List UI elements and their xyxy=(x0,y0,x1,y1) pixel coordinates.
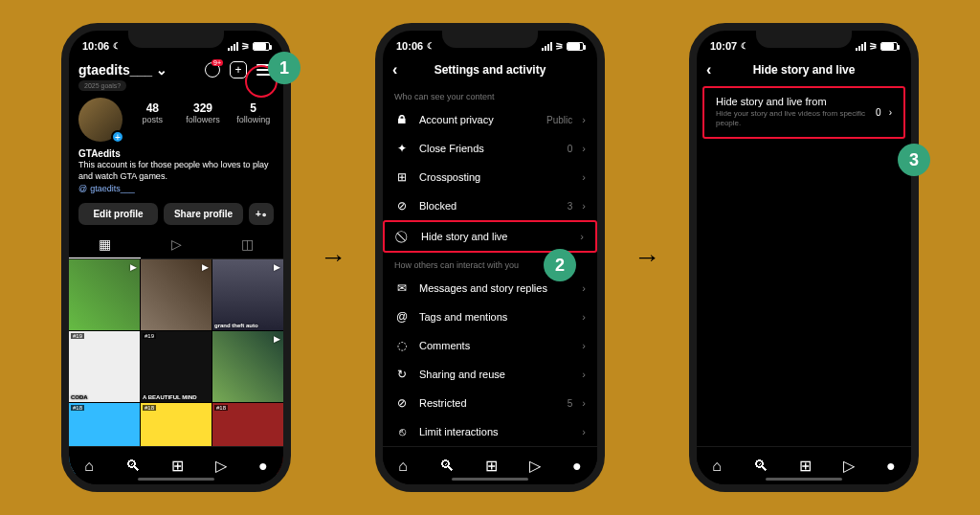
nav-reels-icon[interactable]: ▷ xyxy=(529,457,541,475)
nav-profile-icon[interactable]: ● xyxy=(572,458,582,475)
chevron-right-icon: › xyxy=(582,397,586,409)
step-1-phone: 1 10:06 ☾ ⚞ gtaedits___ ⌄ 9+ xyxy=(61,23,291,492)
wifi-icon: ⚞ xyxy=(869,41,878,52)
row-hide-story[interactable]: ⃠ Hide story and live › xyxy=(383,220,597,253)
nav-create-icon[interactable]: ⊞ xyxy=(171,457,184,475)
tab-reels[interactable]: ▷ xyxy=(141,231,212,258)
nav-reels-icon[interactable]: ▷ xyxy=(215,457,227,475)
share-profile-button[interactable]: Share profile xyxy=(164,203,243,225)
nav-home-icon[interactable]: ⌂ xyxy=(712,458,722,475)
row-value: 3 xyxy=(568,201,573,212)
poster-tag: #19 xyxy=(143,333,156,339)
back-button[interactable]: ‹ xyxy=(392,61,397,78)
nav-home-icon[interactable]: ⌂ xyxy=(398,458,408,475)
row-value: Public xyxy=(546,115,572,125)
tab-grid[interactable]: ▦ xyxy=(69,231,141,258)
status-time: 10:06 xyxy=(82,40,109,52)
nav-search-icon[interactable]: 🔍︎ xyxy=(753,458,768,475)
nav-profile-icon[interactable]: ● xyxy=(258,458,268,475)
status-time: 10:06 xyxy=(396,40,423,52)
post-thumbnail[interactable]: ▶ xyxy=(141,259,212,330)
home-indicator xyxy=(452,478,528,481)
row-crossposting[interactable]: ⊞ Crossposting › xyxy=(383,163,597,191)
threads-link-text: gtaedits___ xyxy=(90,184,135,195)
discover-people-button[interactable]: +∘ xyxy=(249,203,274,225)
reel-badge-icon: ▶ xyxy=(274,334,280,344)
threads-link[interactable]: @ gtaedits___ xyxy=(78,184,274,195)
row-hide-story-from[interactable]: Hide story and live from Hide your story… xyxy=(702,86,905,139)
row-label: Account privacy xyxy=(419,114,537,125)
bio-text: This account is for those people who lov… xyxy=(78,160,274,182)
chevron-down-icon: ⌄ xyxy=(156,62,167,78)
edit-profile-button[interactable]: Edit profile xyxy=(78,203,158,225)
nav-create-icon[interactable]: ⊞ xyxy=(799,457,812,475)
dnd-moon-icon: ☾ xyxy=(113,41,121,51)
post-thumbnail[interactable]: ▶grand theft auto xyxy=(212,259,283,330)
poster-tag: #18 xyxy=(71,405,84,411)
display-name: GTAedits xyxy=(78,147,274,160)
tab-tagged[interactable]: ◫ xyxy=(212,231,283,258)
grid-plus-icon: ⊞ xyxy=(394,170,410,184)
followers-label: followers xyxy=(183,115,224,124)
poster-tag: #18 xyxy=(143,405,156,411)
at-icon: @ xyxy=(394,310,410,324)
row-value: 0 xyxy=(568,144,573,154)
notch xyxy=(442,31,538,48)
nav-create-icon[interactable]: ⊞ xyxy=(485,457,498,475)
row-account-privacy[interactable]: 🔒︎ Account privacy Public › xyxy=(383,105,597,134)
arrow-icon: → xyxy=(634,242,660,273)
chevron-right-icon: › xyxy=(582,171,586,183)
following-label: following xyxy=(233,115,274,124)
chevron-right-icon: › xyxy=(582,114,586,125)
grid-icon: ▦ xyxy=(99,236,111,252)
phone-1: 10:06 ☾ ⚞ gtaedits___ ⌄ 9+ + xyxy=(61,23,291,492)
row-tags[interactable]: @ Tags and mentions › xyxy=(383,302,597,331)
chevron-right-icon: › xyxy=(582,311,586,323)
nav-search-icon[interactable]: 🔍︎ xyxy=(125,458,141,475)
step-2-phone: 2 10:06☾ ⚞ ‹ Settings and activity Who c… xyxy=(375,23,605,492)
chevron-right-icon: › xyxy=(582,369,586,380)
post-thumbnail[interactable]: #19CODA xyxy=(69,331,140,402)
step-badge-2: 2 xyxy=(544,249,576,281)
row-comments[interactable]: ◌ Comments › xyxy=(383,331,597,360)
nav-home-icon[interactable]: ⌂ xyxy=(84,458,94,475)
avatar-button[interactable]: 2025 goals? + xyxy=(78,98,122,142)
row-limit[interactable]: ⎋ Limit interactions › xyxy=(383,417,597,446)
chevron-right-icon: › xyxy=(582,282,586,294)
posts-label: posts xyxy=(132,115,173,124)
post-thumbnail[interactable]: ▶ xyxy=(69,259,140,330)
posts-stat[interactable]: 48 posts xyxy=(132,101,173,124)
chevron-right-icon: › xyxy=(580,231,584,242)
nav-reels-icon[interactable]: ▷ xyxy=(843,457,855,475)
back-button[interactable]: ‹ xyxy=(706,61,711,78)
lock-icon: 🔒︎ xyxy=(394,113,410,126)
row-title: Hide story and live from xyxy=(716,96,868,107)
row-label: Blocked xyxy=(419,200,558,212)
nav-search-icon[interactable]: 🔍︎ xyxy=(439,458,455,475)
poster-caption: CODA xyxy=(71,394,138,400)
home-indicator xyxy=(766,478,842,481)
reels-icon: ▷ xyxy=(171,236,182,252)
row-label: Sharing and reuse xyxy=(419,369,572,380)
row-label: Close Friends xyxy=(419,143,558,154)
following-stat[interactable]: 5 following xyxy=(233,101,274,124)
row-sharing[interactable]: ↻ Sharing and reuse › xyxy=(383,360,597,389)
dnd-moon-icon: ☾ xyxy=(427,41,434,51)
post-thumbnail[interactable]: ▶ xyxy=(212,331,283,402)
nav-profile-icon[interactable]: ● xyxy=(886,458,896,475)
phone-3: 10:07☾ ⚞ ‹ Hide story and live Hide stor… xyxy=(689,23,919,492)
threads-button[interactable]: 9+ xyxy=(205,62,220,78)
row-subtitle: Hide your story and live videos from spe… xyxy=(716,109,868,129)
followers-stat[interactable]: 329 followers xyxy=(183,101,224,124)
signal-icon xyxy=(228,42,238,51)
row-label: Crossposting xyxy=(419,171,572,183)
create-button[interactable]: + xyxy=(230,61,247,78)
row-blocked[interactable]: ⊘ Blocked 3 › xyxy=(383,191,597,220)
row-restricted[interactable]: ⊘ Restricted 5 › xyxy=(383,389,597,417)
post-thumbnail[interactable]: #19A BEAUTIFUL MIND xyxy=(141,331,212,402)
row-label: Restricted xyxy=(419,397,558,409)
row-close-friends[interactable]: ✦ Close Friends 0 › xyxy=(383,134,597,163)
ban-icon: ⊘ xyxy=(394,199,410,213)
username-dropdown[interactable]: gtaedits___ ⌄ xyxy=(78,62,167,78)
row-label: Messages and story replies xyxy=(419,282,572,294)
